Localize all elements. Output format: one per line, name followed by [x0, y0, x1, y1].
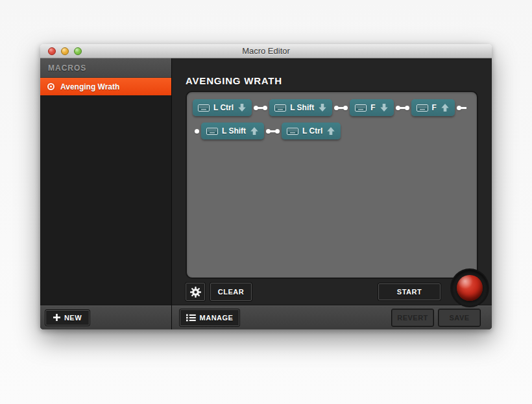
- sidebar-item-avenging-wrath[interactable]: Avenging Wrath: [40, 78, 171, 95]
- macro-step-row: L ShiftL Ctrl: [193, 123, 471, 139]
- macro-step-chip[interactable]: F: [411, 99, 455, 116]
- keyboard-icon: [355, 104, 367, 112]
- keyboard-icon: [287, 128, 298, 135]
- macro-title-bar: AVENGING WRATH: [172, 58, 492, 91]
- arrow-up-icon: [250, 126, 259, 136]
- key-label: L Ctrl: [302, 126, 322, 136]
- keyboard-icon: [198, 104, 210, 112]
- revert-button[interactable]: REVERT: [392, 309, 433, 326]
- connector-tail: [457, 106, 466, 110]
- sidebar-header: MACROS: [40, 58, 171, 78]
- macro-step-chip[interactable]: F: [350, 99, 393, 116]
- save-button[interactable]: SAVE: [439, 309, 480, 326]
- connector-full: [266, 129, 280, 134]
- macro-step-row: L CtrlL ShiftFF: [193, 99, 471, 116]
- keyboard-icon: [417, 104, 428, 112]
- sidebar-header-label: MACROS: [48, 64, 86, 73]
- start-button-label: START: [397, 288, 422, 296]
- macro-title: AVENGING WRATH: [186, 75, 282, 86]
- plus-icon: [53, 314, 60, 321]
- macro-editor-window: Macro Editor MACROS Avenging Wrath: [40, 44, 492, 329]
- new-button-label: NEW: [64, 314, 82, 322]
- connector-full: [254, 106, 267, 110]
- sidebar-footer: NEW: [40, 305, 171, 329]
- key-label: L Ctrl: [213, 103, 234, 112]
- macro-step-chip[interactable]: L Ctrl: [193, 99, 252, 116]
- connector-full: [334, 106, 348, 110]
- macro-step-chip[interactable]: L Ctrl: [282, 123, 341, 139]
- connector-full: [396, 106, 409, 110]
- key-label: L Shift: [222, 126, 246, 136]
- macro-step-chip[interactable]: L Shift: [201, 123, 264, 139]
- clear-button-label: CLEAR: [218, 288, 244, 296]
- revert-button-label: REVERT: [397, 314, 428, 322]
- minimize-button[interactable]: [61, 47, 69, 55]
- desktop-background: Macro Editor MACROS Avenging Wrath: [0, 0, 532, 404]
- list-icon: [186, 314, 196, 322]
- keyboard-icon: [206, 128, 218, 135]
- manage-button[interactable]: MANAGE: [180, 309, 239, 326]
- record-ball[interactable]: [457, 275, 483, 301]
- close-button[interactable]: [48, 47, 56, 55]
- gear-icon: [190, 287, 201, 298]
- arrow-down-icon: [237, 103, 247, 112]
- macros-sidebar: MACROS Avenging Wrath NEW: [40, 58, 172, 329]
- window-title: Macro Editor: [242, 46, 290, 56]
- connector-lead: [195, 129, 199, 134]
- start-button[interactable]: START: [378, 283, 441, 300]
- clear-button[interactable]: CLEAR: [210, 283, 252, 301]
- key-label: L Shift: [290, 103, 314, 112]
- save-button-label: SAVE: [449, 314, 469, 322]
- macro-item-label: Avenging Wrath: [60, 82, 119, 91]
- macro-canvas[interactable]: L CtrlL ShiftFFL ShiftL Ctrl: [186, 91, 478, 279]
- radio-selected-icon: [47, 83, 54, 90]
- macro-controls-row: CLEAR START: [172, 279, 492, 305]
- key-label: F: [370, 103, 375, 112]
- key-label: F: [432, 103, 437, 112]
- macro-detail-panel: AVENGING WRATH L CtrlL ShiftFFL ShiftL C…: [172, 58, 492, 329]
- arrow-down-icon: [380, 103, 389, 112]
- keyboard-icon: [274, 104, 286, 112]
- window-content: MACROS Avenging Wrath NEW: [40, 58, 492, 329]
- manage-button-label: MANAGE: [200, 314, 234, 322]
- macro-step-chip[interactable]: L Shift: [269, 99, 332, 116]
- arrow-up-icon: [326, 126, 335, 136]
- arrow-down-icon: [318, 103, 327, 112]
- main-footer: MANAGE REVERT SAVE: [172, 305, 492, 329]
- window-titlebar[interactable]: Macro Editor: [40, 44, 492, 58]
- settings-button[interactable]: [186, 283, 205, 301]
- arrow-up-icon: [441, 103, 450, 112]
- sidebar-empty-area: [40, 95, 171, 305]
- zoom-button[interactable]: [74, 47, 82, 55]
- window-controls: [48, 44, 82, 58]
- new-macro-button[interactable]: NEW: [45, 310, 90, 326]
